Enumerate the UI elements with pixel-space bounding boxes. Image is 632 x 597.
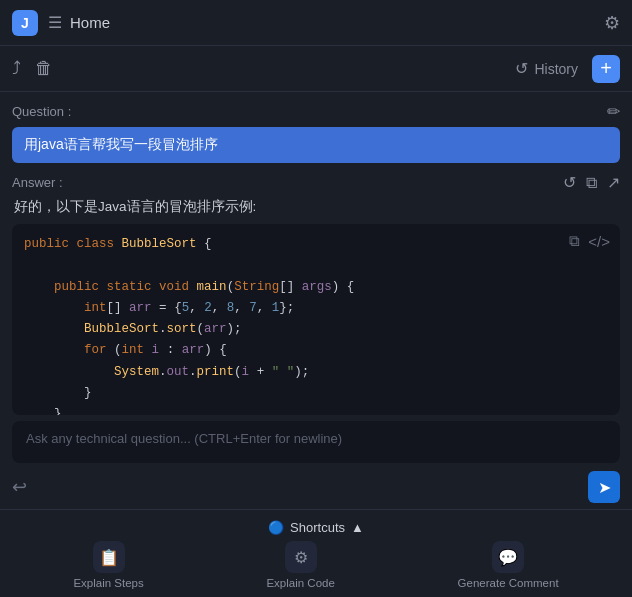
history-button[interactable]: ↺ History [515,59,578,78]
explain-steps-icon: 📋 [93,541,125,573]
question-input[interactable]: Ask any technical question... (CTRL+Ente… [12,421,620,463]
page-title: Home [70,14,110,31]
question-box: 用java语言帮我写一段冒泡排序 [12,127,620,163]
share-button[interactable]: ⤴ [12,58,21,79]
history-icon: ↺ [515,59,528,78]
send-icon: ➤ [598,478,611,497]
avatar: J [12,10,38,36]
generate-comment-icon: 💬 [492,541,524,573]
shortcuts-items: 📋 Explain Steps ⚙ Explain Code 💬 Generat… [12,541,620,597]
code-toolbar: ⧉ </> [569,232,610,250]
answer-section-header: Answer : ↺ ⧉ ↗ [12,173,620,192]
explain-code-icon: ⚙ [285,541,317,573]
question-section-label: Question : ✏ [12,102,620,121]
chevron-up-icon: ▲ [351,520,364,535]
code-content: public class BubbleSort { public static … [24,234,608,415]
copy-code-button[interactable]: ⧉ [569,232,580,250]
input-actions: ↩ ➤ [12,469,620,505]
copy-answer-button[interactable]: ⧉ [586,174,597,192]
shortcut-generate-comment[interactable]: 💬 Generate Comment [458,541,559,589]
shortcuts-bar: 🔵 Shortcuts ▲ 📋 Explain Steps ⚙ Explain … [0,509,632,597]
shortcuts-icon: 🔵 [268,520,284,535]
send-button[interactable]: ➤ [588,471,620,503]
answer-actions: ↺ ⧉ ↗ [563,173,620,192]
gear-icon[interactable]: ⚙ [604,12,620,34]
add-button[interactable]: + [592,55,620,83]
input-area: Ask any technical question... (CTRL+Ente… [12,415,620,505]
menu-icon[interactable]: ☰ [48,13,62,32]
shortcuts-toggle[interactable]: 🔵 Shortcuts ▲ [12,516,620,541]
undo-button[interactable]: ↩ [12,476,27,498]
topbar: J ☰ Home ⚙ [0,0,632,46]
share-answer-button[interactable]: ↗ [607,173,620,192]
expand-code-button[interactable]: </> [588,232,610,250]
answer-intro: 好的，以下是Java语言的冒泡排序示例: [12,198,620,216]
shortcut-explain-steps[interactable]: 📋 Explain Steps [73,541,143,589]
trash-button[interactable]: 🗑 [35,58,53,79]
actionbar-right: ↺ History + [515,55,620,83]
actionbar: ⤴ 🗑 ↺ History + [0,46,632,92]
edit-question-button[interactable]: ✏ [607,102,620,121]
code-block: ⧉ </> public class BubbleSort { public s… [12,224,620,415]
shortcut-explain-code[interactable]: ⚙ Explain Code [266,541,334,589]
actionbar-left: ⤴ 🗑 [12,58,53,79]
refresh-answer-button[interactable]: ↺ [563,173,576,192]
main-content: Question : ✏ 用java语言帮我写一段冒泡排序 Answer : ↺… [0,92,632,509]
